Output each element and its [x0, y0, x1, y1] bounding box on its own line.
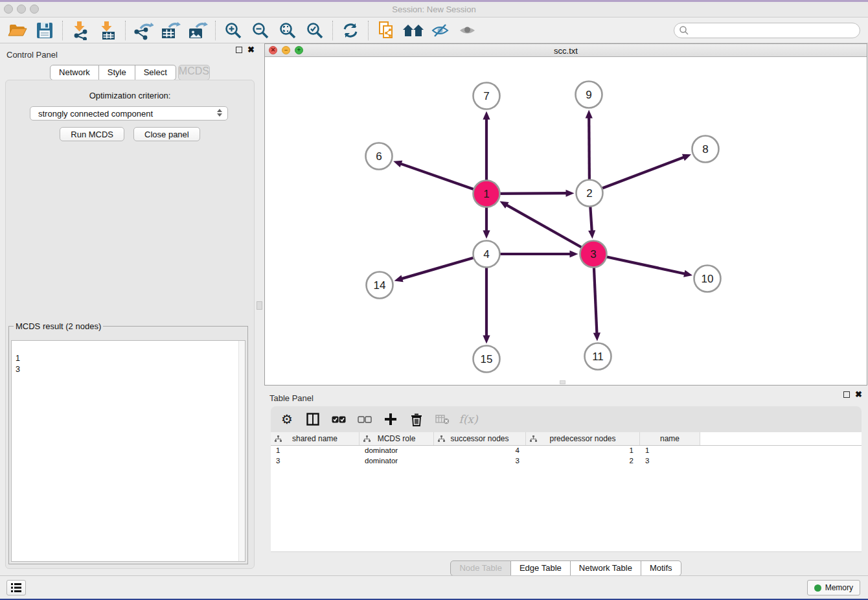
mcds-tab-content: Optimization criterion: strongly connect… [5, 80, 255, 569]
delete-column-icon[interactable] [434, 411, 451, 428]
task-list-button[interactable] [6, 580, 26, 595]
close-panel-button[interactable]: Close panel [133, 127, 200, 141]
tab-network[interactable]: Network [50, 65, 99, 80]
refresh-icon[interactable] [337, 19, 363, 41]
zoom-in-icon[interactable] [220, 19, 246, 41]
tab-network-table[interactable]: Network Table [571, 560, 641, 576]
node-table: shared nameMCDS rolesuccessor nodesprede… [271, 432, 862, 552]
graph-edge-arrowhead [683, 270, 692, 277]
graph-edge-arrowhead [593, 332, 600, 341]
memory-button[interactable]: Memory [807, 580, 860, 595]
deselect-all-icon[interactable] [356, 411, 373, 428]
graph-edge[interactable] [593, 254, 685, 274]
column-view-icon[interactable] [304, 411, 321, 428]
graph-edge-arrowhead [394, 275, 404, 282]
graph-node-label: 3 [590, 248, 596, 260]
control-panel-tabs: Network Style Select MCDS [0, 65, 260, 80]
mcds-result-fieldset: MCDS result (2 nodes) 1 3 [8, 321, 248, 564]
table-cell: dominator [360, 446, 434, 456]
close-panel-icon[interactable]: ✖ [247, 47, 255, 53]
control-panel: Control Panel ✖ Network Style Select MCD… [0, 43, 260, 575]
graph-edge-arrowhead [483, 231, 490, 239]
table-row[interactable]: 3dominator323 [271, 456, 862, 467]
graph-edge[interactable] [589, 157, 685, 193]
titlebar: Session: New Session [0, 2, 868, 17]
graph-node-label: 8 [702, 143, 708, 156]
graph-edge-arrowhead [483, 111, 490, 120]
network-window-titlebar[interactable]: ✕ – + scc.txt [265, 44, 867, 57]
split-divider-handle[interactable] [257, 301, 262, 310]
window-title: Session: New Session [0, 5, 868, 14]
trash-icon[interactable] [408, 411, 425, 428]
eye-icon[interactable] [455, 19, 481, 41]
run-mcds-button[interactable]: Run MCDS [60, 127, 124, 141]
graph-node-label: 15 [481, 353, 493, 365]
zoom-selected-icon[interactable] [302, 19, 328, 41]
export-network-icon[interactable] [130, 19, 156, 41]
criterion-select[interactable]: strongly connected component [30, 106, 228, 121]
table-cell: 1 [271, 446, 360, 456]
graph-node-label: 7 [483, 90, 489, 102]
table-cell: 3 [640, 456, 700, 467]
search-field-wrap [674, 23, 860, 38]
table-cell: dominator [360, 456, 434, 467]
control-panel-title: Control Panel [6, 50, 58, 60]
network-resize-handle[interactable] [560, 380, 565, 384]
status-bar: Memory [0, 575, 868, 599]
column-header[interactable]: predecessor nodes [526, 432, 640, 445]
table-cell: 1 [526, 446, 640, 456]
table-header-row: shared nameMCDS rolesuccessor nodesprede… [271, 432, 862, 446]
import-network-icon[interactable] [67, 19, 93, 41]
tab-mcds[interactable]: MCDS [178, 65, 210, 80]
zoom-out-icon[interactable] [247, 19, 273, 41]
table-cell: 3 [271, 456, 360, 467]
column-header[interactable]: name [640, 432, 700, 445]
main-toolbar [0, 17, 868, 43]
export-table-icon[interactable] [157, 19, 183, 41]
mcds-result-values: 1 3 [16, 354, 20, 374]
result-scrollbar[interactable] [238, 341, 245, 561]
tab-select[interactable]: Select [135, 65, 176, 80]
memory-label: Memory [825, 583, 853, 592]
table-tabs: Node Table Edge Table Network Table Moti… [264, 560, 867, 576]
graph-edge-arrowhead [570, 250, 578, 257]
gear-icon[interactable]: ⚙ [279, 411, 295, 428]
search-input[interactable] [674, 23, 860, 38]
network-canvas[interactable]: 1234678910111415 [265, 58, 867, 385]
graph-node-label: 2 [586, 187, 592, 200]
table-cell: 4 [434, 446, 526, 456]
table-cell: 3 [434, 456, 526, 467]
open-folder-icon[interactable] [5, 19, 30, 41]
homes-icon[interactable] [400, 19, 426, 41]
import-table-icon[interactable] [95, 19, 120, 41]
network-document-icon[interactable] [373, 19, 399, 41]
zoom-fit-icon[interactable] [275, 19, 301, 41]
tab-node-table[interactable]: Node Table [450, 560, 511, 576]
close-table-panel-icon[interactable]: ✖ [855, 391, 862, 398]
table-row[interactable]: 1dominator411 [271, 446, 862, 456]
table-cell: 2 [526, 456, 640, 467]
table-toolbar: ⚙ [271, 406, 862, 432]
select-all-icon[interactable] [330, 411, 347, 428]
function-icon[interactable]: f(x) [460, 411, 477, 428]
add-icon[interactable] [382, 411, 399, 428]
save-icon[interactable] [32, 19, 58, 41]
float-panel-icon[interactable] [236, 47, 242, 53]
column-header[interactable]: successor nodes [434, 432, 526, 445]
network-view-window: ✕ – + scc.txt 1234678910111415 [264, 43, 867, 386]
graph-edge[interactable] [506, 205, 593, 254]
search-icon [679, 25, 689, 38]
tab-motifs[interactable]: Motifs [641, 560, 681, 576]
graph-node-label: 14 [374, 279, 386, 292]
mcds-result-list[interactable]: 1 3 [11, 340, 246, 562]
tab-edge-table[interactable]: Edge Table [511, 560, 571, 576]
column-header[interactable]: shared name [271, 432, 360, 445]
graph-node-label: 9 [586, 89, 591, 101]
eye-slash-icon[interactable] [428, 19, 453, 41]
float-table-panel-icon[interactable] [843, 391, 850, 398]
column-header[interactable]: MCDS role [360, 432, 434, 445]
tab-style[interactable]: Style [99, 65, 135, 80]
table-panel-title: Table Panel [269, 393, 314, 403]
export-image-icon[interactable] [185, 19, 211, 41]
network-window-title: scc.txt [265, 46, 867, 56]
